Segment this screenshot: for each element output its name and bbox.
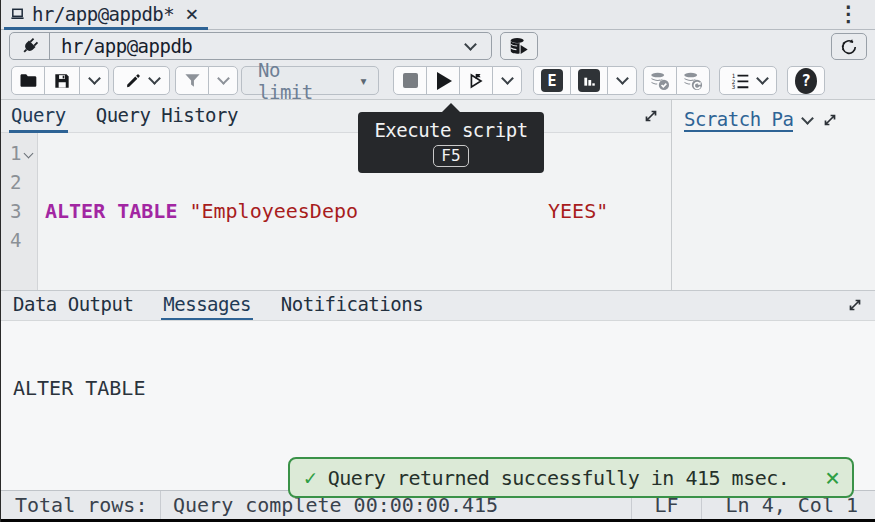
help-group: ? — [787, 66, 825, 95]
chevron-down-icon[interactable] — [802, 112, 815, 125]
refresh-icon — [839, 37, 859, 57]
line-number: 2 — [1, 168, 37, 197]
bar-chart-icon — [578, 69, 600, 92]
check-icon: ✓ — [304, 466, 317, 490]
close-icon[interactable]: × — [185, 3, 198, 25]
chevron-down-icon — [217, 72, 230, 85]
expand-icon[interactable] — [822, 112, 838, 128]
stop-button[interactable] — [393, 66, 427, 95]
line-number-gutter: 1 2 3 4 — [1, 133, 38, 290]
filter-button[interactable] — [175, 66, 209, 95]
tooltip-shortcut-key: F5 — [433, 145, 468, 167]
tab-query-tool[interactable]: hr/app@appdb* × — [4, 0, 208, 30]
expand-icon[interactable] — [643, 108, 659, 124]
limit-group: No limit ▾ — [241, 66, 379, 95]
filter-icon — [183, 71, 202, 90]
save-button[interactable] — [44, 66, 80, 95]
output-tab-row: Data Output Messages Notifications — [1, 290, 875, 320]
stop-icon — [403, 73, 418, 88]
filter-options-button[interactable] — [208, 66, 238, 95]
help-button[interactable]: ? — [787, 66, 825, 95]
folder-icon — [18, 71, 38, 91]
message-line: ALTER TABLE — [13, 376, 875, 401]
row-limit-select[interactable]: No limit ▾ — [241, 66, 379, 95]
filter-group — [175, 66, 238, 95]
tab-data-output[interactable]: Data Output — [11, 291, 135, 321]
connection-row: hr/app@appdb — [1, 30, 875, 62]
scratch-pad-header: Scratch Pa — [672, 100, 875, 132]
explain-group: E — [533, 66, 637, 95]
execute-script-tooltip: Execute script F5 — [358, 112, 544, 173]
rollback-button[interactable] — [676, 66, 710, 95]
connection-select[interactable]: hr/app@appdb — [9, 32, 492, 60]
tab-notifications[interactable]: Notifications — [279, 291, 425, 321]
chevron-down-icon — [148, 72, 161, 85]
explain-options-button[interactable] — [607, 66, 637, 95]
execute-options-flag-button[interactable] — [459, 66, 493, 95]
commit-icon — [649, 70, 671, 92]
save-options-button[interactable] — [79, 66, 109, 95]
query-tool-icon — [10, 6, 25, 21]
code-line-1: ALTER TABLE"EmployeesDepoYEES" — [45, 197, 671, 226]
total-rows-label: Total rows: — [1, 493, 160, 517]
ordered-list-icon: 123 — [730, 71, 750, 91]
database-play-icon — [508, 35, 530, 57]
tab-messages[interactable]: Messages — [161, 291, 253, 321]
plug-connected-icon — [10, 33, 50, 59]
scratch-pad-panel: Scratch Pa — [671, 100, 875, 290]
edit-button[interactable] — [113, 66, 170, 95]
open-file-button[interactable] — [11, 66, 45, 95]
success-toast: ✓ Query returned successfully in 415 mse… — [288, 457, 854, 498]
transaction-group — [643, 66, 710, 95]
line-number: 1 — [1, 139, 37, 168]
tab-query[interactable]: Query — [9, 100, 68, 133]
execute-group — [393, 66, 522, 95]
macros-group: 123 — [719, 66, 777, 95]
chevron-down-icon — [616, 72, 629, 85]
kebab-menu-icon[interactable]: ⋮ — [838, 2, 859, 26]
line-number: 4 — [1, 226, 37, 255]
chevron-down-icon — [88, 72, 101, 85]
fold-chevron-icon[interactable] — [24, 149, 34, 159]
connection-name: hr/app@appdb — [50, 35, 466, 57]
rollback-icon — [682, 70, 704, 92]
execute-script-button[interactable] — [426, 66, 460, 95]
execute-dropdown-button[interactable] — [492, 66, 522, 95]
line-number: 3 — [1, 197, 37, 226]
close-icon[interactable]: × — [825, 465, 840, 490]
scratch-pad-title[interactable]: Scratch Pa — [684, 108, 793, 132]
auto-rollback-button[interactable] — [831, 33, 867, 60]
toolbar: No limit ▾ E — [1, 62, 875, 100]
sql-code-area[interactable]: ALTER TABLE"EmployeesDepoYEES" ADD CONST… — [39, 133, 671, 290]
expand-icon[interactable] — [847, 297, 863, 313]
edit-group — [113, 66, 170, 95]
svg-text:3: 3 — [731, 84, 735, 90]
explain-icon: E — [541, 69, 563, 92]
query-tool-window: hr/app@appdb* × ⋮ hr/app@appdb — [0, 0, 875, 522]
help-icon: ? — [795, 68, 817, 94]
explain-analyze-button[interactable] — [570, 66, 608, 95]
tab-query-history[interactable]: Query History — [94, 100, 240, 133]
tooltip-arrow — [442, 103, 460, 112]
macros-button[interactable]: 123 — [719, 66, 777, 95]
chevron-down-icon — [756, 72, 769, 85]
document-tab-bar: hr/app@appdb* × ⋮ — [1, 0, 875, 30]
file-group — [11, 66, 109, 95]
toast-message: Query returned successfully in 415 msec. — [328, 466, 814, 490]
commit-button[interactable] — [643, 66, 677, 95]
play-icon — [437, 72, 452, 90]
chevron-down-icon — [501, 72, 514, 85]
pencil-icon — [124, 71, 143, 90]
play-flag-icon — [466, 71, 486, 91]
new-connection-button[interactable] — [500, 32, 538, 60]
tooltip-label: Execute script — [374, 119, 527, 141]
editor-tab-row: Query Query History — [1, 100, 671, 133]
row-limit-value: No limit — [252, 59, 349, 103]
query-editor-panel: Query Query History 1 2 3 4 ALTER TABLE"… — [1, 100, 671, 290]
explain-button[interactable]: E — [533, 66, 571, 95]
save-icon — [52, 71, 72, 91]
tab-title: hr/app@appdb* — [32, 3, 174, 25]
chevron-down-icon — [464, 38, 477, 51]
caret-down-icon: ▾ — [359, 72, 368, 90]
